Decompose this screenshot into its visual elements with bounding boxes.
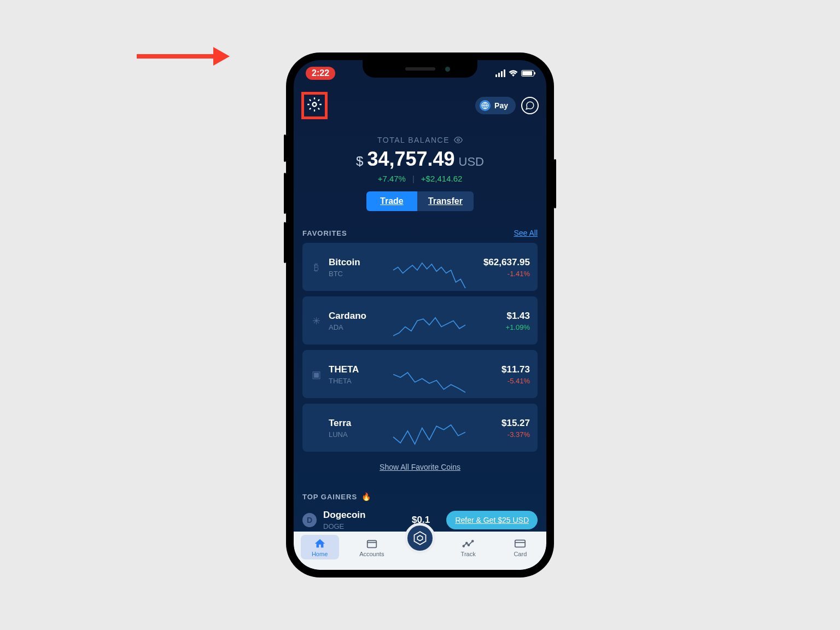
- pay-globe-icon: [480, 100, 491, 111]
- eye-icon[interactable]: [454, 136, 463, 144]
- svg-point-9: [472, 540, 474, 542]
- flame-icon: 🔥: [361, 492, 371, 501]
- svg-rect-10: [515, 540, 525, 547]
- pay-label: Pay: [494, 101, 508, 110]
- balance-amount: $ 34,757.49 USD: [305, 148, 535, 171]
- balance-section: TOTAL BALANCE $ 34,757.49 USD +7.47%|+$2…: [294, 129, 546, 218]
- terra-icon: [310, 422, 322, 434]
- settings-highlight: [301, 92, 328, 119]
- top-gainers-title: TOP GAINERS: [302, 493, 357, 501]
- phone-frame: 2:22 Pay: [286, 52, 554, 578]
- chat-icon: [525, 101, 535, 110]
- nav-home[interactable]: Home: [301, 535, 339, 559]
- signal-icon: [495, 69, 505, 77]
- home-icon: [314, 538, 326, 550]
- transfer-button[interactable]: Transfer: [417, 191, 474, 211]
- coin-row-theta[interactable]: ▣ THETATHETA $11.73-5.41%: [302, 350, 538, 398]
- balance-change: +7.47%|+$2,414.62: [305, 174, 535, 183]
- trade-button[interactable]: Trade: [366, 191, 417, 211]
- sparkline: [384, 258, 474, 288]
- nav-accounts[interactable]: Accounts: [353, 535, 391, 557]
- app-header: Pay: [294, 82, 546, 129]
- favorites-list: ₿ BitcoinBTC $62,637.95-1.41% ✳ CardanoA…: [294, 243, 546, 452]
- gear-icon: [307, 97, 322, 112]
- settings-button[interactable]: [307, 97, 322, 114]
- bottom-nav: Home Accounts Track Card: [294, 532, 546, 570]
- svg-marker-1: [213, 47, 230, 66]
- coin-row-terra[interactable]: TerraLUNA $15.27-3.37%: [302, 404, 538, 452]
- phone-notch: [363, 60, 477, 78]
- svg-point-8: [468, 544, 470, 546]
- sparkline: [384, 365, 474, 395]
- track-icon: [462, 538, 474, 550]
- svg-rect-5: [368, 541, 377, 548]
- battery-icon: [521, 70, 534, 77]
- annotation-arrow: [137, 43, 230, 72]
- pay-button[interactable]: Pay: [475, 97, 516, 114]
- svg-point-2: [313, 103, 317, 107]
- phone-screen: 2:22 Pay: [294, 60, 546, 570]
- dogecoin-icon: D: [302, 513, 317, 527]
- theta-icon: ▣: [310, 369, 322, 381]
- sparkline: [384, 312, 474, 342]
- card-icon: [514, 538, 526, 550]
- see-all-link[interactable]: See All: [514, 229, 538, 237]
- cardano-icon: ✳: [310, 315, 322, 327]
- nav-card[interactable]: Card: [501, 535, 539, 557]
- status-icons: [495, 69, 534, 77]
- svg-point-7: [466, 542, 468, 544]
- bitcoin-icon: ₿: [310, 261, 322, 273]
- nav-center-logo[interactable]: [405, 523, 435, 553]
- svg-point-6: [463, 545, 465, 547]
- wallet-icon: [366, 538, 378, 550]
- crypto-logo-icon: [412, 530, 428, 546]
- refer-banner[interactable]: Refer & Get $25 USD: [446, 511, 538, 529]
- svg-point-4: [457, 139, 459, 141]
- sparkline: [384, 419, 474, 449]
- balance-label: TOTAL BALANCE: [377, 136, 450, 144]
- coin-row-bitcoin[interactable]: ₿ BitcoinBTC $62,637.95-1.41%: [302, 243, 538, 291]
- status-time: 2:22: [306, 67, 335, 80]
- show-all-coins-link[interactable]: Show All Favorite Coins: [294, 452, 546, 482]
- chat-button[interactable]: [521, 97, 539, 114]
- favorites-title: FAVORITES: [302, 229, 347, 237]
- nav-track[interactable]: Track: [449, 535, 487, 557]
- wifi-icon: [509, 70, 518, 77]
- coin-row-cardano[interactable]: ✳ CardanoADA $1.43+1.09%: [302, 296, 538, 345]
